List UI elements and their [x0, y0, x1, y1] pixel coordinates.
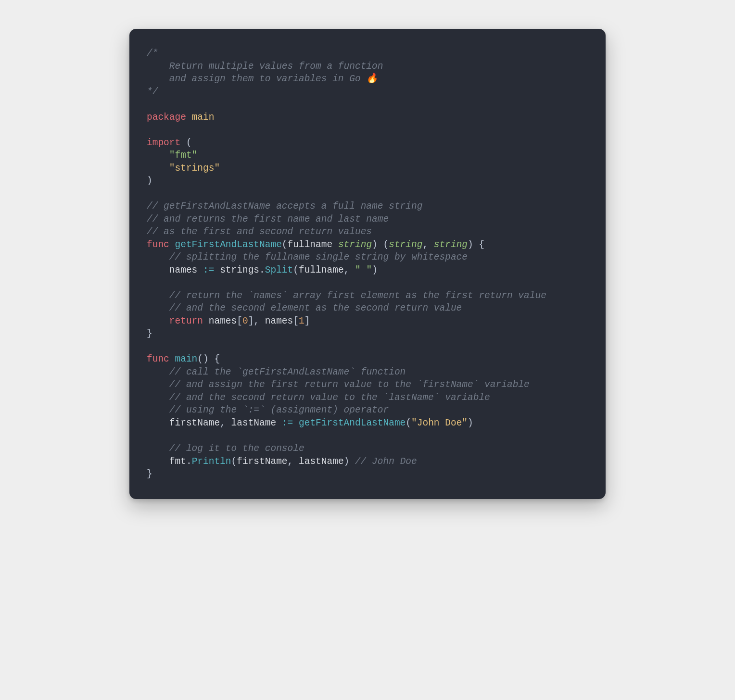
code-token: (	[231, 456, 237, 467]
code-token: string	[338, 239, 372, 250]
code-token: names	[265, 316, 293, 326]
code-token: // as the first and second return values	[147, 226, 372, 237]
code-token: ]	[248, 316, 254, 326]
code-token: lastName	[299, 456, 344, 467]
code-token: fmt	[169, 456, 186, 467]
code-token: )	[372, 265, 378, 275]
code-token: (	[293, 265, 299, 275]
code-token: package	[147, 112, 186, 123]
code-token: // return the `names` array first elemen…	[169, 290, 546, 301]
code-token: and assign them to variables in Go 🔥	[147, 74, 378, 84]
code-token	[349, 265, 355, 275]
code-token: */	[147, 87, 158, 97]
code-token: (	[282, 239, 288, 250]
code-token: main	[175, 354, 198, 364]
code-token	[147, 392, 169, 403]
code-token: {	[473, 239, 484, 250]
code-token: // log it to the console	[169, 443, 304, 454]
code-token: "fmt"	[169, 150, 198, 161]
code-token: )	[468, 418, 473, 428]
code-token: 0	[242, 316, 248, 326]
code-token: )	[147, 175, 152, 186]
code-token: string	[434, 239, 468, 250]
code-token	[147, 379, 169, 390]
code-token: )	[372, 239, 378, 250]
code-token: "strings"	[169, 163, 220, 174]
code-token: .	[186, 456, 192, 467]
code-token: .	[259, 265, 265, 275]
code-token	[147, 456, 169, 467]
code-token: :=	[282, 418, 293, 428]
code-token: /*	[147, 48, 158, 59]
code-token	[349, 456, 355, 467]
code-token: getFirstAndLastName	[175, 239, 282, 250]
code-token: ,	[422, 239, 428, 250]
code-token	[147, 316, 169, 326]
code-token	[147, 303, 169, 313]
code-token	[147, 443, 169, 454]
code-token: // splitting the fullname single string …	[169, 252, 468, 262]
code-token: ,	[344, 265, 350, 275]
code-token: lastName	[231, 418, 277, 428]
code-token: :=	[203, 265, 214, 275]
code-token	[169, 354, 175, 364]
code-token: ,	[220, 418, 226, 428]
code-token: Return multiple values from a function	[147, 61, 383, 72]
code-token: (	[406, 418, 411, 428]
code-token: " "	[355, 265, 372, 275]
code-token	[259, 316, 265, 326]
code-token: (	[378, 239, 389, 250]
code-token	[147, 252, 169, 262]
code-token	[203, 316, 209, 326]
code-token: func	[147, 354, 169, 364]
code-token: ]	[304, 316, 310, 326]
code-token	[147, 290, 169, 301]
code-token: )	[468, 239, 473, 250]
code-token: ()	[197, 354, 208, 364]
code-token: Split	[265, 265, 293, 275]
code-token: "John Doe"	[411, 418, 468, 428]
code-token	[226, 418, 231, 428]
code-token: strings	[220, 265, 259, 275]
code-token	[186, 112, 192, 123]
code-card: /* Return multiple values from a functio…	[129, 29, 606, 499]
code-token: // call the `getFirstAndLastName` functi…	[169, 367, 406, 377]
code-token: (	[180, 138, 191, 148]
code-token	[147, 418, 169, 428]
code-token: import	[147, 138, 180, 148]
code-token: }	[147, 328, 152, 339]
code-token: fullname	[299, 265, 344, 275]
code-token: )	[344, 456, 350, 467]
code-token	[147, 265, 169, 275]
code-token: names	[169, 265, 198, 275]
code-token: // getFirstAndLastName accepts a full na…	[147, 201, 422, 212]
code-token: // using the `:=` (assignment) operator	[169, 405, 389, 415]
code-token	[293, 456, 299, 467]
code-token: [	[237, 316, 242, 326]
code-token	[147, 163, 169, 174]
code-token: 1	[299, 316, 304, 326]
code-token	[293, 418, 299, 428]
code-token	[197, 265, 203, 275]
code-token	[214, 265, 220, 275]
code-token	[147, 367, 169, 377]
code-token: ,	[288, 456, 293, 467]
code-token: string	[389, 239, 422, 250]
code-token: main	[192, 112, 215, 123]
code-token	[147, 150, 169, 161]
code-block: /* Return multiple values from a functio…	[147, 47, 588, 481]
code-token: func	[147, 239, 169, 250]
code-token: // and the second element as the second …	[169, 303, 462, 313]
code-token: ,	[253, 316, 259, 326]
code-token: // and returns the first name and last n…	[147, 214, 389, 225]
code-token	[276, 418, 282, 428]
code-token	[169, 239, 175, 250]
code-token: // and the second return value to the `l…	[169, 392, 490, 403]
code-token: firstName	[237, 456, 287, 467]
code-token: names	[209, 316, 237, 326]
code-token: getFirstAndLastName	[299, 418, 406, 428]
code-token: {	[209, 354, 220, 364]
code-token: }	[147, 469, 152, 479]
code-token: return	[169, 316, 203, 326]
code-token: fullname	[288, 239, 333, 250]
